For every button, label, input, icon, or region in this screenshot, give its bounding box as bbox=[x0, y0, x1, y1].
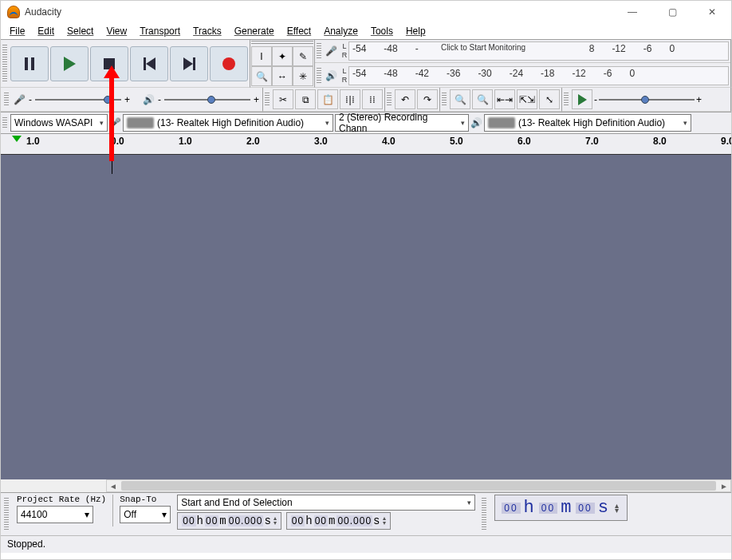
audio-host-combo[interactable]: Windows WASAPI ▾ bbox=[10, 114, 108, 132]
meter-tick: -48 bbox=[384, 68, 397, 79]
selection-mode-combo[interactable]: Start and End of Selection ▾ bbox=[177, 495, 475, 511]
spinner-icon[interactable]: ▴▾ bbox=[383, 516, 387, 526]
menu-view[interactable]: View bbox=[100, 24, 132, 38]
menu-tools[interactable]: Tools bbox=[365, 24, 399, 38]
snap-to-combo[interactable]: Off ▾ bbox=[120, 506, 171, 523]
toolbar-grip[interactable] bbox=[4, 498, 9, 530]
copy-button[interactable]: ⧉ bbox=[295, 89, 316, 109]
menu-transport[interactable]: Transport bbox=[134, 24, 186, 38]
toolbar-grip[interactable] bbox=[482, 498, 486, 530]
scroll-left-button[interactable]: ◄ bbox=[107, 480, 120, 491]
toolbar-grip[interactable] bbox=[564, 93, 569, 106]
recording-device-combo[interactable]: (13- Realtek High Definition Audio) ▾ bbox=[123, 114, 333, 132]
playhead-marker[interactable] bbox=[12, 136, 22, 142]
menu-select[interactable]: Select bbox=[61, 24, 99, 38]
maximize-button[interactable]: ▢ bbox=[659, 6, 685, 18]
timeshift-tool[interactable]: ↔ bbox=[272, 66, 293, 86]
silence-button[interactable]: ⁞⁞ bbox=[362, 89, 383, 109]
selection-start-time[interactable]: 00 h 00 m 00.000 s ▴▾ bbox=[177, 512, 281, 530]
menu-effect[interactable]: Effect bbox=[281, 24, 317, 38]
ruler-tick: 7.0 bbox=[585, 136, 653, 147]
selection-toolbar: Project Rate (Hz) 44100 ▾ Snap-To Off ▾ … bbox=[1, 492, 731, 535]
slider-plus: + bbox=[124, 94, 130, 105]
meter-tick: -54 bbox=[352, 68, 366, 79]
record-button[interactable] bbox=[210, 46, 248, 81]
magnifier-icon: 🔍 bbox=[256, 71, 268, 82]
toolbar-grip[interactable] bbox=[2, 45, 7, 82]
spinner-icon[interactable]: ▴▾ bbox=[274, 516, 277, 526]
playback-speed-slider[interactable] bbox=[599, 95, 695, 105]
menu-edit[interactable]: Edit bbox=[32, 24, 60, 38]
undo-button[interactable]: ↶ bbox=[395, 89, 415, 109]
menu-generate[interactable]: Generate bbox=[229, 24, 280, 38]
trim-button[interactable]: ⁞|⁞ bbox=[340, 89, 360, 109]
scroll-thumb[interactable] bbox=[121, 481, 716, 491]
scroll-right-button[interactable]: ► bbox=[718, 480, 730, 491]
menu-file[interactable]: File bbox=[4, 24, 30, 38]
selection-end-time[interactable]: 00 h 00 m 00.000 s ▴▾ bbox=[286, 512, 391, 530]
pencil-icon: ✎ bbox=[299, 51, 307, 62]
edit-toolbar: ✂ ⧉ 📋 ⁞|⁞ ⁞⁞ bbox=[263, 88, 385, 112]
toolbar-grip[interactable] bbox=[2, 117, 7, 128]
recording-meter[interactable]: 🎤 LR -54 -48 - 8 -12 -6 0 Click to Start… bbox=[315, 40, 730, 63]
meter-tick: -30 bbox=[478, 68, 491, 79]
skip-start-icon bbox=[144, 57, 155, 70]
selection-tool[interactable]: I bbox=[251, 46, 272, 66]
timeshift-icon: ↔ bbox=[277, 71, 287, 82]
ruler-tick: 5.0 bbox=[450, 136, 518, 147]
meter-tick: 0 bbox=[629, 68, 635, 79]
draw-tool[interactable]: ✎ bbox=[293, 46, 313, 66]
play-at-speed-button[interactable] bbox=[572, 89, 592, 109]
ruler-tick: 1.0 bbox=[179, 136, 246, 147]
audio-position-time[interactable]: 00 h 00 m 00 s ▴▾ bbox=[494, 495, 628, 521]
multi-tool[interactable]: ✳ bbox=[293, 66, 313, 86]
playback-meter[interactable]: 🔊 LR -54 -48 -42 -36 -30 -24 -18 -12 -6 … bbox=[315, 65, 730, 87]
minimize-button[interactable]: — bbox=[620, 6, 645, 18]
envelope-tool[interactable]: ✦ bbox=[272, 46, 293, 66]
toolbar-grip[interactable] bbox=[317, 43, 321, 59]
project-rate-combo[interactable]: 44100 ▾ bbox=[17, 506, 93, 523]
toolbar-grip[interactable] bbox=[265, 93, 270, 106]
horizontal-scrollbar[interactable]: ◄ ► bbox=[106, 479, 731, 492]
slider-plus: + bbox=[696, 94, 702, 105]
fit-selection-button[interactable]: ⇤⇥ bbox=[494, 89, 515, 109]
device-prefix-blur bbox=[127, 117, 154, 128]
horizontal-scrollbar-row: ◄ ► bbox=[1, 479, 731, 492]
meter-tick: -36 bbox=[447, 68, 460, 79]
close-button[interactable]: ✕ bbox=[699, 6, 725, 18]
redo-button[interactable]: ↷ bbox=[417, 89, 438, 109]
toolbar-grip[interactable] bbox=[442, 93, 447, 106]
toolbar-grip[interactable] bbox=[4, 93, 9, 106]
zoom-in-icon: 🔍 bbox=[455, 94, 466, 105]
pause-button[interactable] bbox=[10, 46, 49, 81]
play-button[interactable] bbox=[50, 46, 89, 81]
chevron-down-icon: ▾ bbox=[85, 509, 89, 520]
menu-tracks[interactable]: Tracks bbox=[187, 24, 227, 38]
meter-prompt: Click to Start Monitoring bbox=[441, 43, 525, 52]
slider-minus: - bbox=[594, 94, 597, 105]
fit-project-button[interactable]: ⇱⇲ bbox=[517, 89, 537, 109]
menu-analyze[interactable]: Analyze bbox=[318, 24, 364, 38]
zoom-tool[interactable]: 🔍 bbox=[251, 66, 272, 86]
skip-end-button[interactable] bbox=[170, 46, 208, 81]
toolbar-grip[interactable] bbox=[387, 93, 392, 106]
toolbar-grip[interactable] bbox=[251, 41, 313, 44]
envelope-icon: ✦ bbox=[278, 51, 286, 62]
track-area[interactable] bbox=[1, 155, 731, 479]
recording-channels-combo[interactable]: 2 (Stereo) Recording Chann ▾ bbox=[335, 114, 469, 132]
skip-start-button[interactable] bbox=[130, 46, 168, 81]
recording-volume-slider[interactable] bbox=[35, 95, 121, 105]
zoom-toggle-button[interactable]: ⤡ bbox=[539, 89, 560, 109]
zoom-out-button[interactable]: 🔍 bbox=[472, 89, 493, 109]
spinner-icon[interactable]: ▴▾ bbox=[615, 503, 620, 513]
playback-device-combo[interactable]: (13- Realtek High Definition Audio) ▾ bbox=[484, 114, 691, 132]
skip-end-icon bbox=[183, 57, 195, 70]
meter-tick: 0 bbox=[669, 43, 675, 54]
menu-help[interactable]: Help bbox=[400, 24, 431, 38]
zoom-in-button[interactable]: 🔍 bbox=[450, 89, 470, 109]
playback-volume-slider[interactable] bbox=[164, 95, 250, 105]
toolbar-grip[interactable] bbox=[317, 68, 321, 84]
paste-button[interactable]: 📋 bbox=[317, 89, 338, 109]
snap-to-label: Snap-To bbox=[120, 495, 171, 504]
cut-button[interactable]: ✂ bbox=[273, 89, 293, 109]
